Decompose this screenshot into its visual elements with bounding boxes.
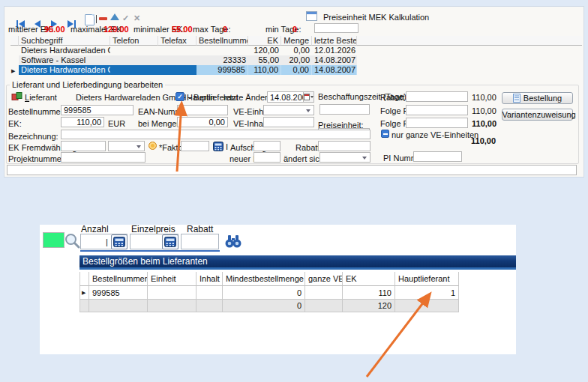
col-bestellnummer[interactable]: Bestellnummer [196,36,248,46]
bezeichnung-label: Bezeichnung: [8,132,58,141]
col-telefax[interactable]: Telefax [158,36,196,46]
col-suchbegriff[interactable]: Suchbegriff [19,36,110,46]
folge-rabatt3-input[interactable] [406,118,468,128]
lieferant-icon [11,92,22,103]
rabatt-input[interactable] [406,91,468,102]
col-menge[interactable]: Menge [281,36,312,46]
folge-rabatt2-input[interactable] [406,105,468,115]
ek-label: EK: [8,119,22,128]
bestell-table-header: Bestellnummer Einheit Inhalt Mindestbest… [80,272,459,286]
lieferant-label[interactable]: Lieferant [25,93,57,102]
text-cursor: | [106,237,108,246]
cancel-icon[interactable]: ✕ [134,13,140,22]
projektnummer-label: Projektnummer [8,154,64,163]
supplier-table-header: Suchbegriff Telefon Telefax Bestellnumme… [10,36,582,46]
folge-rabatt2-value: 110,00 [472,106,496,115]
col-ganze-ve[interactable]: ganze VE [305,272,343,286]
bezeichnung-input[interactable] [61,130,370,139]
min-tage-value: 0 [292,25,297,34]
aufschlag-divider: I [226,142,228,151]
document-icon [513,94,520,103]
color-swatch [43,232,64,248]
variantenzuweisung-button[interactable]: Variantenzuweisung [502,109,573,121]
panel-titlebar: Bestellgrößen beim Lieferanten [80,255,516,270]
rabatt-bottom-label: Rabatt [187,225,213,234]
faktor-input[interactable] [181,141,209,151]
mittlerer-ek-value: 95.00 [44,25,65,34]
new-record-icon[interactable] [85,14,94,25]
aufschlag-input[interactable] [254,141,280,151]
ek-currency-label: EUR [108,119,125,128]
confirm-icon[interactable]: ✓ [122,13,129,22]
nur-ganze-ve-value: 110,00 [471,136,496,145]
table-row[interactable]: 0 120 [80,300,459,312]
delete-record-icon[interactable] [99,17,107,20]
rabatt-value: 110,00 [472,93,496,102]
col-bestellnummer[interactable]: Bestellnummer [89,272,148,286]
text-cursor [96,15,97,23]
row-marker [80,286,89,300]
form-icon [306,11,317,21]
focus-underline [80,250,220,252]
ek-fremdwaehrung-input[interactable] [61,141,106,151]
preiseinheit-input[interactable] [314,23,358,33]
minimaler-ek-value: 55.00 [172,25,193,34]
coin-icon [148,142,157,150]
projektnummer-input[interactable] [61,152,146,163]
table-row[interactable]: 999585 0 110 1 [80,286,459,300]
max-tage-value: 0 [223,25,227,34]
rabatt-row-label: Rabatt [296,143,320,152]
table-row[interactable]: Dieters Hardwareladen GmbH - Berlin 120,… [10,46,357,55]
table-row[interactable]: Software - Kassel 23333 55,00 20,00 14.0… [10,55,357,65]
waehrung-select[interactable] [108,141,145,151]
col-letzte-bestellung[interactable]: letzte Bestellung [312,36,357,46]
groupbox-title: Lieferant und Lieferbedingung bearbeiten [10,80,165,89]
aendert-sich-select[interactable] [320,152,370,163]
binoculars-icon[interactable] [224,233,242,250]
bestellnummer-input[interactable]: 999585 [61,105,134,115]
calculator-icon[interactable] [213,142,224,153]
rabatt-row-input[interactable] [318,141,370,151]
einzelpreis-label: Einzelpreis [131,225,176,234]
calendar-dropdown-button[interactable] [303,92,314,102]
bei-mengen-input[interactable]: 0,00 [177,117,228,127]
nur-ganze-ve-label: nur ganze VE-Einheiten [392,130,478,139]
bestellung-button[interactable]: Bestellung [502,92,573,104]
folge-rabatt3-value: 110,00 [472,119,496,128]
neuer-ek-input[interactable] [254,152,280,163]
ve-einheit-select[interactable] [263,105,314,115]
pi-nummer-input[interactable] [413,151,462,162]
main-window: ✓ ✕ Preiseinheit MEK Kalkulation mittler… [4,6,584,178]
rabatt-bottom-input[interactable] [181,234,219,249]
preiseinheit-kalkulation-label: Preiseinheit MEK Kalkulation [323,13,429,22]
col-ek[interactable]: EK [248,36,281,46]
row-marker [10,65,19,75]
col-telefon[interactable]: Telefon [110,36,158,46]
ek-input[interactable]: 110,00 [61,117,104,127]
col-hauptlieferant[interactable]: Hauptlieferant [395,272,459,286]
col-ek[interactable]: EK [343,272,395,286]
sort-up-icon[interactable] [110,13,119,20]
search-icon[interactable] [64,232,81,251]
beschaffungszeit-input[interactable] [320,104,370,115]
panel-title: Bestellgrößen beim Lieferanten [82,256,208,267]
rabatt-label: Rabatt [380,93,404,102]
table-row-selected[interactable]: Dieters Hardwareladen GmbH - Berlin 9995… [10,65,357,75]
anzahl-label: Anzahl [81,225,109,234]
col-mindestbestellmenge[interactable]: Mindestbestellmenge [223,272,305,286]
ean-input[interactable] [177,105,228,115]
maximaler-ek-value: 120.00 [104,25,129,34]
anzahl-calculator-button[interactable] [111,234,128,249]
einzelpreis-calculator-button[interactable] [162,234,178,249]
ve-inhalt-input[interactable] [263,117,314,127]
hauptlieferant-checkbox[interactable] [176,92,184,101]
bestellnummer-label: Bestellnummer: [8,107,65,116]
col-inhalt[interactable]: Inhalt [196,272,223,286]
erp-supplier-screen: ✓ ✕ Preiseinheit MEK Kalkulation mittler… [0,0,588,382]
nur-ganze-ve-checkbox[interactable] [381,130,389,138]
col-einheit[interactable]: Einheit [148,272,196,286]
notes-input[interactable] [7,165,577,175]
